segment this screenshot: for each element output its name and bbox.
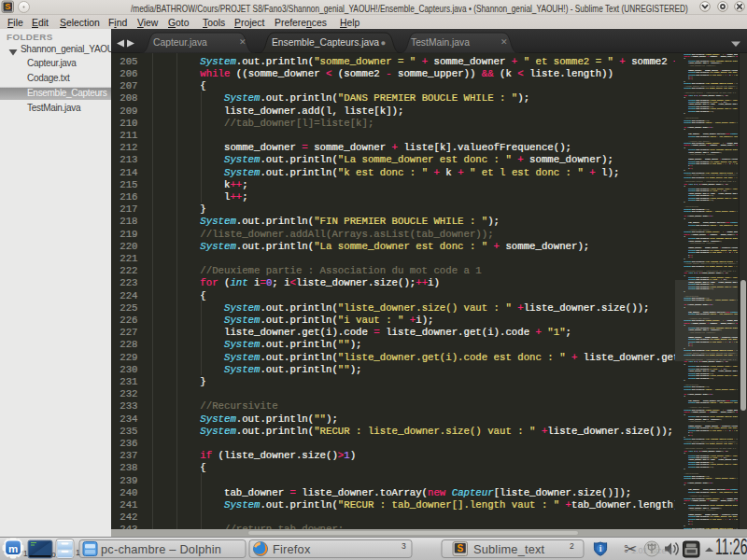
svg-text:m: m (8, 543, 18, 554)
svg-text:S: S (457, 543, 463, 553)
svg-text:i: i (599, 544, 602, 553)
svg-text:S: S (5, 2, 10, 11)
